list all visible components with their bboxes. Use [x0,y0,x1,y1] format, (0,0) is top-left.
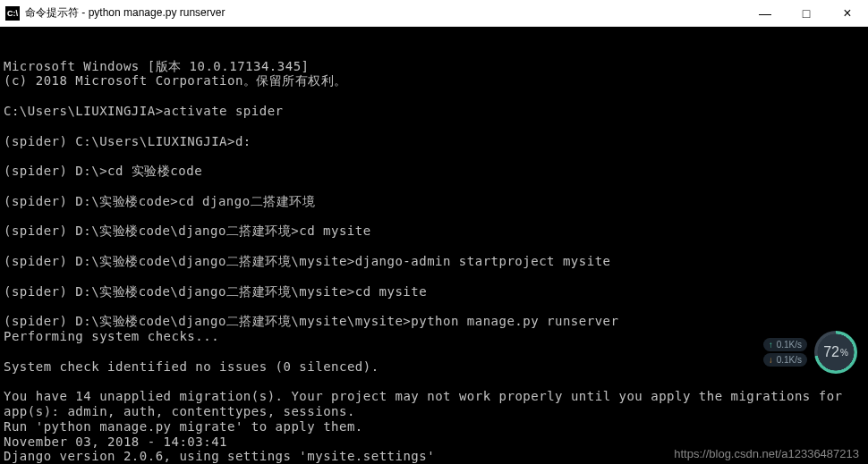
terminal-content: Microsoft Windows [版本 10.0.17134.345] (c… [4,59,864,464]
arrow-up-icon: ↑ [769,340,773,350]
upload-value: 0.1K/s [777,340,802,350]
download-speed: ↓ 0.1K/s [763,353,807,367]
gauge-unit: % [840,348,848,358]
network-stats: ↑ 0.1K/s ↓ 0.1K/s [763,338,807,367]
window-titlebar: C:\ 命令提示符 - python manage.py runserver —… [0,0,868,27]
maximize-button[interactable]: □ [786,0,827,26]
cmd-icon: C:\ [5,6,20,21]
close-button[interactable]: × [827,0,868,26]
upload-speed: ↑ 0.1K/s [763,338,807,351]
window-title: 命令提示符 - python manage.py runserver [25,5,225,21]
gauge-value: 72 [823,344,839,360]
system-monitor-overlay: ↑ 0.1K/s ↓ 0.1K/s 72% [763,331,857,374]
minimize-button[interactable]: — [745,0,786,26]
watermark-text: https://blog.csdn.net/a12336487213 [674,447,859,460]
titlebar-left: C:\ 命令提示符 - python manage.py runserver [0,5,225,21]
window-controls: — □ × [745,0,868,26]
arrow-down-icon: ↓ [769,355,773,365]
download-value: 0.1K/s [777,355,802,365]
terminal-output[interactable]: Microsoft Windows [版本 10.0.17134.345] (c… [0,27,868,464]
usage-gauge[interactable]: 72% [814,331,857,374]
